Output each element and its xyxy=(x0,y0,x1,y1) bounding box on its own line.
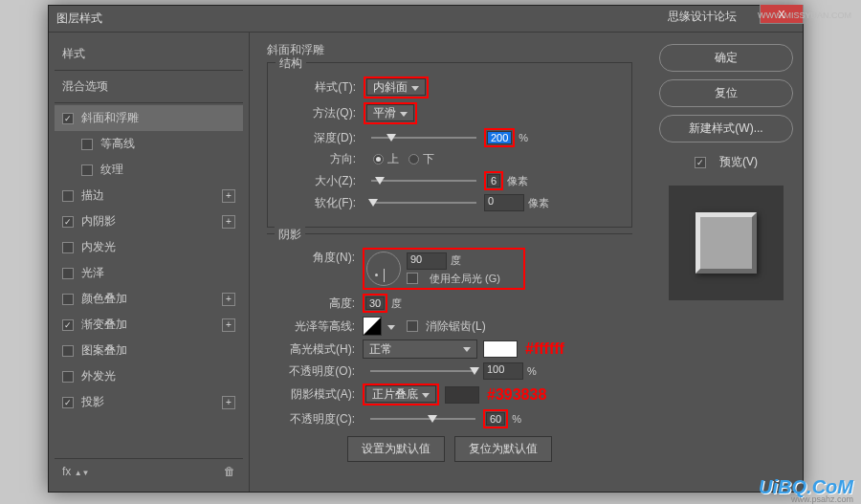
radio-down[interactable] xyxy=(408,154,419,164)
hl-opacity-label: 不透明度(O): xyxy=(278,363,355,380)
preview-sample xyxy=(695,212,757,274)
angle-dial[interactable] xyxy=(366,252,401,286)
unit-label: 度 xyxy=(391,296,402,311)
divider xyxy=(55,102,243,103)
direction-label: 方向: xyxy=(279,151,356,167)
size-label: 大小(Z): xyxy=(279,173,356,189)
sh-opacity-slider[interactable] xyxy=(370,418,475,420)
checkbox-icon[interactable] xyxy=(62,190,74,202)
sidebar-item-color-overlay[interactable]: 颜色叠加 + xyxy=(55,286,243,312)
trash-icon[interactable]: 🗑 xyxy=(224,465,235,478)
sidebar-item-gradient-overlay[interactable]: 渐变叠加 + xyxy=(55,312,243,338)
hl-opacity-slider[interactable] xyxy=(370,370,475,372)
method-row: 方法(Q): 平滑 xyxy=(279,102,620,124)
sh-mode-select[interactable]: 正片叠底 xyxy=(365,385,436,403)
sidebar-item-contour[interactable]: 等高线 xyxy=(55,131,243,157)
sidebar-item-label: 投影 xyxy=(81,394,104,410)
plus-icon[interactable]: + xyxy=(222,189,235,203)
plus-icon[interactable]: + xyxy=(222,293,235,306)
sidebar-item-label: 颜色叠加 xyxy=(81,291,127,307)
soften-slider[interactable] xyxy=(371,202,476,204)
highlight-mode-row: 高光模式(H): 正常 #ffffff xyxy=(278,340,621,359)
soften-row: 软化(F): 0 像素 xyxy=(279,194,620,211)
sidebar-item-drop-shadow[interactable]: 投影 + xyxy=(55,389,243,415)
checkbox-icon[interactable] xyxy=(62,397,74,408)
unit-label: % xyxy=(519,132,528,143)
global-light-checkbox[interactable] xyxy=(407,273,418,284)
checkbox-icon[interactable] xyxy=(81,164,93,176)
altitude-row: 高度: 30 度 xyxy=(278,294,621,313)
hl-color-swatch[interactable] xyxy=(483,340,518,358)
sh-opacity-input[interactable]: 60 xyxy=(486,412,505,426)
sidebar-item-satin[interactable]: 光泽 xyxy=(55,260,243,286)
checkbox-icon[interactable] xyxy=(62,294,74,305)
sidebar-item-texture[interactable]: 纹理 xyxy=(55,157,243,183)
angle-input[interactable]: 90 xyxy=(407,252,447,270)
checkbox-icon[interactable] xyxy=(62,242,74,253)
layer-style-dialog: 图层样式 X 样式 混合选项 斜面和浮雕 等高线 纹理 描边 + xyxy=(48,5,804,493)
new-style-button[interactable]: 新建样式(W)... xyxy=(659,115,793,142)
hl-mode-select[interactable]: 正常 xyxy=(363,340,477,359)
reset-default-button[interactable]: 复位为默认值 xyxy=(454,436,552,462)
checkbox-icon[interactable] xyxy=(62,371,74,383)
checkbox-icon[interactable] xyxy=(62,268,74,279)
unit-label: % xyxy=(512,413,521,425)
radio-up[interactable] xyxy=(373,154,384,164)
sidebar-item-label: 纹理 xyxy=(100,162,123,178)
style-select[interactable]: 内斜面 xyxy=(366,78,426,96)
make-default-button[interactable]: 设置为默认值 xyxy=(347,436,445,462)
sidebar-item-bevel[interactable]: 斜面和浮雕 xyxy=(55,105,243,131)
fx-menu-icon[interactable]: fx ▲▼ xyxy=(62,465,90,478)
ok-button[interactable]: 确定 xyxy=(659,44,793,72)
depth-slider[interactable] xyxy=(371,137,476,139)
dialog-body: 样式 混合选项 斜面和浮雕 等高线 纹理 描边 + xyxy=(49,33,803,492)
chevron-down-icon[interactable] xyxy=(386,319,395,333)
highlight-box: 正片叠底 xyxy=(363,383,439,405)
watermark-url: WWW.MISSYUAN.COM xyxy=(758,11,851,20)
highlight-box: 6 xyxy=(484,171,503,190)
checkbox-icon[interactable] xyxy=(62,319,74,331)
plus-icon[interactable]: + xyxy=(222,215,235,229)
right-panel: 确定 复位 新建样式(W)... 预览(V) xyxy=(650,33,803,492)
preview-checkbox[interactable] xyxy=(695,157,706,168)
sidebar-item-inner-glow[interactable]: 内发光 xyxy=(55,234,243,260)
hl-opacity-input[interactable]: 100 xyxy=(483,362,523,380)
preview-row: 预览(V) xyxy=(659,154,793,170)
plus-icon[interactable]: + xyxy=(222,396,235,409)
sidebar-item-inner-shadow[interactable]: 内阴影 + xyxy=(55,208,243,234)
checkbox-icon[interactable] xyxy=(62,113,74,124)
unit-label: 像素 xyxy=(507,174,528,188)
depth-input[interactable]: 200 xyxy=(487,131,512,144)
main-panel: 斜面和浮雕 结构 样式(T): 内斜面 方法(Q): 平滑 深度(D): xyxy=(250,33,650,492)
plus-icon[interactable]: + xyxy=(222,318,235,332)
highlight-box: 200 xyxy=(484,128,515,147)
checkbox-icon[interactable] xyxy=(62,216,74,228)
sidebar-header-styles[interactable]: 样式 xyxy=(55,40,243,68)
antialias-checkbox[interactable] xyxy=(407,320,418,332)
sidebar-header-blend[interactable]: 混合选项 xyxy=(55,73,243,100)
checkbox-icon[interactable] xyxy=(62,345,74,357)
altitude-input[interactable]: 30 xyxy=(365,296,385,310)
divider xyxy=(55,70,243,71)
sidebar-item-stroke[interactable]: 描边 + xyxy=(55,183,243,208)
fieldset-label: 结构 xyxy=(276,55,306,72)
method-select[interactable]: 平滑 xyxy=(366,104,414,121)
gloss-contour-swatch[interactable] xyxy=(363,317,382,336)
hl-mode-label: 高光模式(H): xyxy=(278,341,355,358)
sh-color-swatch[interactable] xyxy=(445,386,479,404)
sidebar: 样式 混合选项 斜面和浮雕 等高线 纹理 描边 + xyxy=(49,33,250,492)
size-slider[interactable] xyxy=(371,180,476,182)
radio-down-label: 下 xyxy=(423,151,434,167)
reset-button[interactable]: 复位 xyxy=(659,79,793,107)
soften-input[interactable]: 0 xyxy=(484,194,524,211)
sidebar-item-pattern-overlay[interactable]: 图案叠加 xyxy=(55,338,243,363)
size-input[interactable]: 6 xyxy=(487,174,500,187)
highlight-opacity-row: 不透明度(O): 100 % xyxy=(278,362,621,380)
style-row: 样式(T): 内斜面 xyxy=(279,77,620,99)
checkbox-icon[interactable] xyxy=(81,139,93,150)
sidebar-item-outer-glow[interactable]: 外发光 xyxy=(55,363,243,389)
unit-label: 度 xyxy=(451,253,461,268)
shadow-opacity-row: 不透明度(C): 60 % xyxy=(278,409,621,428)
fieldset-label: 阴影 xyxy=(275,227,305,243)
soften-label: 软化(F): xyxy=(279,195,356,211)
